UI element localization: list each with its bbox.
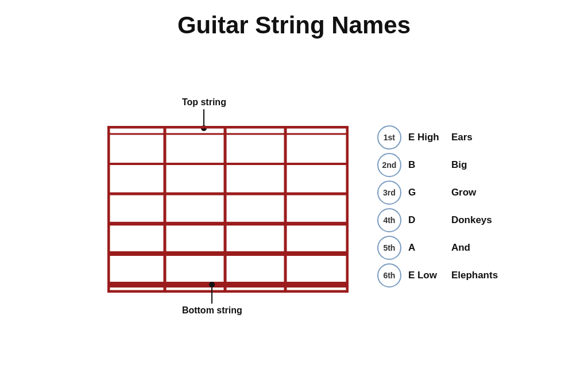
svg-rect-0 (107, 126, 349, 293)
top-label-line (203, 109, 204, 125)
main-container: Guitar String Names Top string (7, 6, 581, 362)
string-circle: 6th (377, 263, 401, 288)
string-circle: 4th (377, 208, 401, 232)
string-note: B (408, 159, 451, 171)
content-area: Top string (7, 51, 581, 362)
string-mnemonic: Donkeys (451, 214, 492, 226)
string-mnemonic: Big (451, 159, 467, 171)
string-circle: 1st (377, 125, 401, 150)
bottom-label-line (211, 288, 212, 304)
string-note: E Low (408, 270, 451, 281)
string-row: 3rdGGrow (377, 179, 498, 206)
string-note: D (408, 214, 451, 226)
fretboard-wrapper: Top string (90, 97, 360, 316)
string-row: 4thDDonkeys (377, 206, 498, 234)
string-circle: 3rd (377, 181, 401, 205)
string-mnemonic: Ears (451, 132, 473, 143)
fretboard-svg (107, 126, 349, 293)
page-title: Guitar String Names (177, 12, 411, 39)
bottom-dot (209, 282, 215, 288)
fretboard-diagram (107, 126, 349, 293)
string-note: G (408, 187, 451, 198)
string-circle: 5th (377, 236, 401, 260)
string-note: A (408, 242, 451, 254)
bottom-string-label: Bottom string (182, 282, 242, 316)
bottom-string-text: Bottom string (182, 305, 242, 316)
string-mnemonic: And (451, 242, 470, 254)
string-circle: 2nd (377, 153, 401, 177)
string-mnemonic: Grow (451, 187, 476, 198)
top-string-text: Top string (182, 97, 226, 108)
string-row: 5thAAnd (377, 234, 498, 262)
string-note: E High (408, 132, 451, 143)
string-row: 1stE HighEars (377, 124, 498, 151)
string-row: 6thE LowElephants (377, 262, 498, 289)
string-row: 2ndBBig (377, 151, 498, 179)
string-mnemonic: Elephants (451, 270, 498, 281)
strings-legend: 1stE HighEars2ndBBig3rdGGrow4thDDonkeys5… (377, 124, 498, 289)
